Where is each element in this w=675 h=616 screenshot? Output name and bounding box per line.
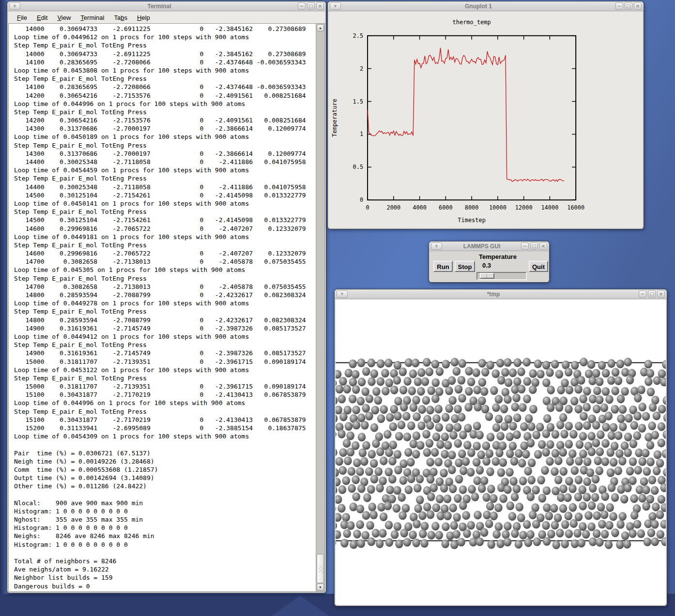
terminal-line: Histogram: 1 0 0 0 0 0 0 0 0 0 [14,541,314,549]
terminal-line: 14500 0.30125104 -2.7154261 0 -2.4145098… [14,216,314,224]
lammps-gui-body: Temperature 0.3 Run Stop Quit [430,252,548,281]
terminal-line: 14600 0.29969816 -2.7065722 0 -2.407207 … [14,225,314,233]
terminal-line: 14400 0.30025348 -2.7118058 0 -2.411886 … [14,183,314,191]
terminal-line: Outpt time (%) = 0.00142694 (3.14089) [14,474,314,482]
gnuplot-titlebar[interactable]: ∨ Gnuplot 1 − □ × [328,1,644,11]
terminal-line: Step Temp E_pair E_mol TotEng Press [14,108,314,116]
terminal-window: ∨ Terminal − □ × FileEditViewTerminalTab… [7,1,326,593]
terminal-scrollbar[interactable]: ▲ ▼ [316,24,324,591]
terminal-line [14,491,314,499]
window-menu-icon: ∨ [435,243,438,248]
menu-file[interactable]: File [12,13,32,23]
svg-text:0: 0 [366,204,369,211]
terminal-window-title: Terminal [22,3,297,10]
terminal-line: 15000 0.31811707 -2.7139351 0 -2.3961715… [14,382,314,391]
terminal-line: Neighbor list builds = 159 [14,573,314,582]
maximize-icon[interactable]: □ [530,242,538,250]
terminal-line: Step Temp E_pair E_mol TotEng Press [14,75,314,83]
temperature-value: 0.3 [476,262,497,269]
svg-text:0: 0 [360,196,363,203]
maximize-icon[interactable]: □ [625,2,632,10]
terminal-line: 14300 0.31370686 -2.7000197 0 -2.3866614… [14,150,314,158]
terminal-line: 14600 0.29969816 -2.7065722 0 -2.407207 … [14,249,314,257]
terminal-line: Loop time of 0.0454309 on 1 procs for 10… [14,432,314,440]
minimize-icon[interactable]: − [298,2,306,10]
window-menu-button[interactable]: ∨ [337,290,348,298]
terminal-output: 14000 0.30694733 -2.6911225 0 -2.3845162… [14,25,314,591]
terminal-line: 14800 0.28593594 -2.7088799 0 -2.4232617… [14,316,314,324]
menu-edit[interactable]: Edit [32,13,52,23]
svg-text:0.5: 0.5 [353,164,364,170]
wallpaper-left-edge [0,0,7,616]
run-button[interactable]: Run [433,261,453,272]
lammps-gui-titlebar[interactable]: ∨ LAMMPS GUI − □ × [429,241,549,251]
svg-text:1: 1 [360,131,363,137]
terminal-line: Loop time of 0.0454459 on 1 procs for 10… [14,166,314,174]
terminal-line: Loop time of 0.045305 on 1 procs for 100… [14,266,314,274]
terminal-menubar: FileEditViewTerminalTabsHelp [8,12,325,23]
terminal-line: 14000 0.30694733 -2.6911225 0 -2.3845162… [14,50,314,58]
terminal-line: Loop time of 0.0453122 on 1 procs for 10… [14,366,314,374]
close-icon[interactable]: × [539,242,547,250]
terminal-line: 14200 0.30654216 -2.7153576 0 -2.4091561… [14,116,314,124]
scrollbar-thumb[interactable] [317,554,324,583]
menu-view[interactable]: View [52,13,76,23]
terminal-line: Neigh time (%) = 0.00149226 (3.28468) [14,457,314,466]
scroll-down-icon[interactable]: ▼ [317,584,324,591]
svg-text:thermo_temp: thermo_temp [453,19,491,26]
terminal-line: 15200 0.31133941 -2.6995089 0 -2.3885154… [14,424,314,432]
minimize-icon[interactable]: − [521,242,529,250]
svg-text:Timestep: Timestep [458,217,486,224]
desktop: { "icons": { "window_menu": "∨", "minimi… [0,0,675,616]
window-menu-button[interactable]: ∨ [9,2,20,10]
terminal-line: 15000 0.31811707 -2.7139351 0 -2.3961715… [14,358,314,366]
stop-button[interactable]: Stop [455,261,475,272]
window-menu-button[interactable]: ∨ [330,2,341,10]
menu-tabs[interactable]: Tabs [109,13,132,23]
terminal-line: Loop time of 0.0450189 on 1 procs for 10… [14,133,314,141]
maximize-icon[interactable]: □ [648,290,656,298]
terminal-line: Step Temp E_pair E_mol TotEng Press [14,274,314,283]
atom-viz-titlebar[interactable]: ∨ *tmp − □ × [335,289,667,299]
terminal-line: Step Temp E_pair E_mol TotEng Press [14,341,314,349]
terminal-titlebar[interactable]: ∨ Terminal − □ × [7,1,326,11]
lammps-gui-window-title: LAMMPS GUI [444,243,520,250]
window-menu-icon: ∨ [13,3,16,8]
svg-text:2: 2 [360,65,363,72]
terminal-line: Step Temp E_pair E_mol TotEng Press [14,374,314,382]
minimize-icon[interactable]: − [639,290,646,298]
terminal-line: Histogram: 1 0 0 0 0 0 0 0 0 0 [14,507,314,515]
svg-text:14000: 14000 [541,204,558,211]
quit-button[interactable]: Quit [529,261,548,272]
svg-text:16000: 16000 [567,204,584,211]
lammps-gui-window: ∨ LAMMPS GUI − □ × Temperature 0.3 Run S… [429,241,550,283]
svg-text:2.5: 2.5 [353,32,364,39]
atom-viz-window-title: *tmp [349,291,638,298]
terminal-line: 15100 0.30431877 -2.7170219 0 -2.4130413… [14,416,314,424]
gnuplot-window-title: Gnuplot 1 [342,3,614,10]
terminal-line: 14700 0.3082658 -2.7138013 0 -2.405878 0… [14,283,314,291]
window-menu-button[interactable]: ∨ [431,242,442,250]
close-icon[interactable]: × [316,2,324,10]
terminal-line: 14300 0.31370686 -2.7000197 0 -2.3866614… [14,124,314,133]
temperature-slider[interactable] [476,272,527,280]
terminal-line: 14000 0.30694733 -2.6911225 0 -2.3845162… [14,25,314,33]
close-icon[interactable]: × [634,2,642,10]
terminal-line: Loop time of 0.044996 on 1 procs for 100… [14,399,314,407]
scroll-up-icon[interactable]: ▲ [317,24,324,31]
terminal-line: 14900 0.31619361 -2.7145749 0 -2.3987326… [14,324,314,332]
temperature-chart: thermo_tempTimestepTemperature0200040006… [329,12,643,228]
maximize-icon[interactable]: □ [307,2,315,10]
terminal-line: Ave neighs/atom = 9.16222 [14,565,314,573]
terminal-viewport[interactable]: 14000 0.30694733 -2.6911225 0 -2.3845162… [8,23,325,592]
terminal-line: Nghost: 355 ave 355 max 355 min [14,515,314,524]
menu-help[interactable]: Help [132,13,155,23]
slider-handle[interactable] [480,273,494,279]
temperature-label: Temperature [475,253,521,260]
terminal-line: 14100 0.28365695 -2.7208066 0 -2.4374648… [14,58,314,66]
terminal-line: Step Temp E_pair E_mol TotEng Press [14,41,314,49]
minimize-icon[interactable]: − [615,2,623,10]
svg-text:10000: 10000 [489,204,506,211]
menu-terminal[interactable]: Terminal [76,13,109,23]
close-icon[interactable]: × [657,290,665,298]
